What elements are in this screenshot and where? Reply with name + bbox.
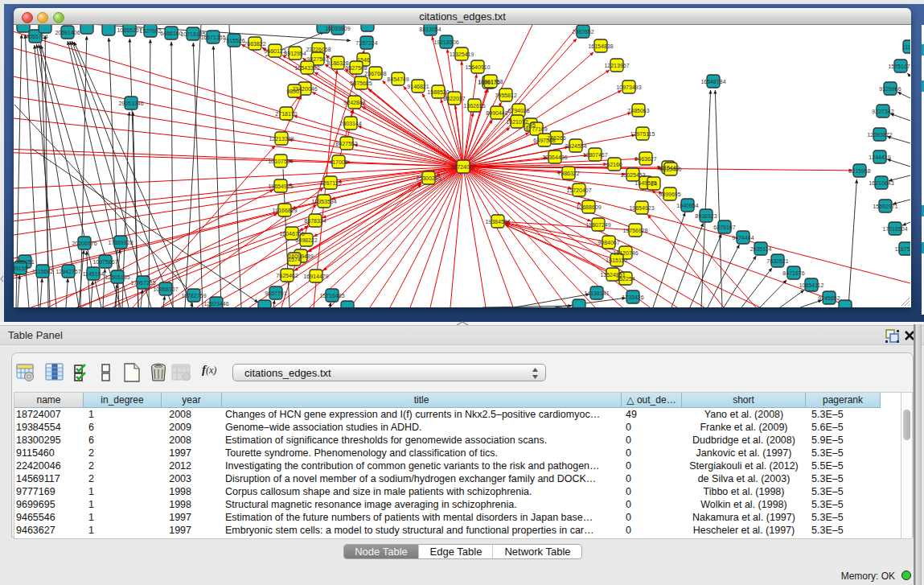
svg-text:8813054: 8813054 (419, 27, 441, 32)
svg-text:8938923: 8938923 (695, 213, 717, 219)
svg-text:1733426: 1733426 (622, 295, 643, 300)
svg-text:16210643: 16210643 (869, 180, 893, 186)
svg-text:3215958: 3215958 (848, 168, 870, 174)
svg-text:15751074: 15751074 (888, 64, 910, 69)
svg-text:9329966: 9329966 (879, 86, 901, 92)
svg-text:7515526: 7515526 (223, 38, 244, 43)
svg-text:9084067: 9084067 (598, 240, 619, 245)
svg-text:10973493: 10973493 (616, 84, 641, 90)
svg-text:29053346: 29053346 (118, 101, 143, 106)
svg-text:1615152: 1615152 (606, 257, 627, 263)
svg-text:19654923: 19654923 (629, 205, 654, 211)
svg-text:1574: 1574 (288, 257, 301, 262)
svg-text:20691406: 20691406 (55, 30, 80, 35)
svg-text:7485063: 7485063 (627, 108, 649, 113)
svg-text:1527602: 1527602 (139, 28, 161, 34)
svg-text:98901: 98901 (286, 89, 302, 94)
svg-text:16120746: 16120746 (613, 250, 638, 256)
svg-text:12213389: 12213389 (269, 136, 294, 142)
svg-text:17957255: 17957255 (130, 280, 155, 286)
svg-text:9227342: 9227342 (872, 109, 893, 114)
svg-text:10025453: 10025453 (620, 172, 645, 178)
svg-text:2087652: 2087652 (572, 29, 593, 35)
svg-text:62160: 62160 (606, 162, 622, 167)
svg-text:10688609: 10688609 (576, 204, 601, 210)
svg-text:8878334: 8878334 (304, 218, 326, 224)
svg-text:6794028: 6794028 (507, 108, 529, 113)
svg-text:11325419: 11325419 (450, 51, 474, 57)
svg-text:985051: 985051 (15, 259, 34, 265)
svg-text:2367608: 2367608 (364, 71, 386, 76)
svg-text:10961758: 10961758 (478, 79, 503, 84)
svg-text:16154838: 16154838 (588, 43, 613, 49)
svg-text:10655267: 10655267 (117, 27, 142, 33)
svg-text:19218506: 19218506 (433, 39, 458, 45)
svg-text:1546: 1546 (357, 57, 370, 63)
svg-text:19166829: 19166829 (272, 208, 297, 213)
svg-text:2803144: 2803144 (339, 121, 361, 126)
svg-text:8322037: 8322037 (443, 96, 465, 101)
svg-text:6497568: 6497568 (533, 138, 555, 143)
svg-text:20364436: 20364436 (542, 154, 567, 160)
svg-text:12505135: 12505135 (105, 274, 129, 280)
svg-text:9474444: 9474444 (732, 235, 754, 241)
svg-text:5498222: 5498222 (295, 237, 317, 243)
svg-text:1244419: 1244419 (869, 154, 890, 160)
svg-text:2935114: 2935114 (750, 246, 772, 252)
svg-text:5875685: 5875685 (350, 80, 372, 86)
svg-text:1145194: 1145194 (83, 271, 105, 277)
svg-text:16914479: 16914479 (303, 274, 328, 279)
svg-text:9827503: 9827503 (306, 56, 328, 62)
svg-text:18724007: 18724007 (450, 164, 475, 170)
svg-text:15692971: 15692971 (873, 204, 897, 209)
svg-text:10975867: 10975867 (92, 259, 117, 265)
svg-text:8990448: 8990448 (486, 110, 507, 116)
svg-text:25300295: 25300295 (416, 175, 441, 181)
svg-text:8912954: 8912954 (284, 51, 306, 56)
svg-text:1588520: 1588520 (427, 89, 449, 95)
svg-text:8454749: 8454749 (387, 76, 409, 82)
svg-text:7663822: 7663822 (244, 41, 265, 47)
svg-text:12942757: 12942757 (55, 269, 80, 274)
svg-text:7955812: 7955812 (495, 93, 516, 98)
svg-text:417006: 417006 (329, 159, 347, 165)
svg-text:14055714: 14055714 (23, 34, 47, 39)
svg-text:9660123: 9660123 (264, 48, 285, 54)
svg-text:9245652: 9245652 (818, 295, 840, 301)
svg-text:11125: 11125 (902, 44, 910, 50)
svg-text:16782759: 16782759 (181, 293, 206, 299)
svg-text:1115682: 1115682 (32, 269, 53, 274)
svg-text:17359928: 17359928 (108, 240, 133, 245)
svg-text:15716485: 15716485 (319, 293, 344, 299)
svg-text:3624554: 3624554 (565, 143, 586, 149)
svg-text:2718170: 2718170 (275, 111, 297, 117)
svg-text:10654112: 10654112 (799, 282, 824, 288)
svg-text:15720407: 15720407 (566, 187, 591, 193)
svg-text:9827508: 9827508 (345, 65, 367, 71)
svg-text:12093872: 12093872 (867, 132, 892, 138)
svg-text:9657791: 9657791 (265, 290, 286, 296)
svg-text:9146821: 9146821 (407, 84, 429, 89)
svg-text:19756928: 19756928 (622, 228, 647, 233)
svg-text:16046766: 16046766 (279, 231, 304, 237)
svg-text:19384554: 19384554 (485, 219, 510, 225)
svg-text:19654925: 19654925 (268, 183, 293, 189)
svg-text:16671355: 16671355 (200, 35, 225, 40)
svg-text:12975115: 12975115 (630, 131, 655, 137)
svg-text:12923446: 12923446 (203, 301, 228, 307)
svg-text:252254: 252254 (616, 276, 634, 282)
svg-text:20206576: 20206576 (72, 241, 97, 246)
svg-text:8471676: 8471676 (782, 270, 804, 276)
svg-text:9899695: 9899695 (659, 192, 680, 197)
svg-text:9242848: 9242848 (343, 100, 365, 105)
svg-text:10807467: 10807467 (582, 152, 607, 158)
svg-text:7632621: 7632621 (766, 258, 788, 264)
svg-text:23226058: 23226058 (306, 47, 331, 52)
svg-text:10107554: 10107554 (268, 159, 293, 164)
svg-text:18807249: 18807249 (585, 222, 610, 228)
svg-text:1621072: 1621072 (506, 119, 528, 125)
svg-text:10958107: 10958107 (153, 286, 178, 292)
svg-text:14136141: 14136141 (584, 290, 609, 296)
svg-text:9777169: 9777169 (525, 126, 547, 132)
svg-text:7357224: 7357224 (355, 40, 377, 46)
